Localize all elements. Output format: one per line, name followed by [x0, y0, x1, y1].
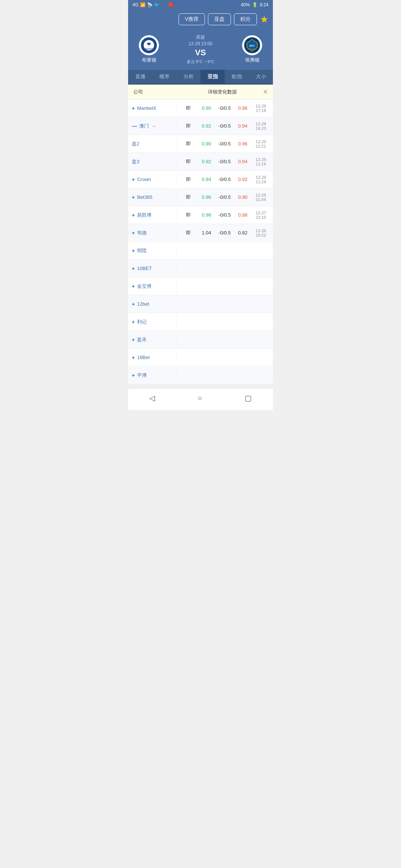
tab-odds[interactable]: 概率	[152, 70, 176, 84]
table-row[interactable]: +18Bet	[128, 349, 273, 366]
tab-europe-index[interactable]: 欧指	[225, 70, 249, 84]
company-cell: +韦德	[128, 227, 176, 239]
svg-text:BRIGHTON: BRIGHTON	[144, 48, 154, 50]
match-center: 英超 12-29 23:00 VS 多云 8°C ~ 9°C	[164, 34, 237, 65]
tab-size[interactable]: 大小	[249, 70, 273, 84]
row-data-cells: 即0.92-0/0.50.9412-29 11:19	[176, 155, 273, 168]
row-data-cells: 即0.94-0/0.50.9212-29 11:19	[176, 173, 273, 186]
app-icon-1: 🐦	[154, 2, 160, 7]
svg-text:EFC: EFC	[250, 45, 255, 47]
team-home-name: 布莱顿	[142, 57, 156, 63]
recent-button[interactable]: ▢	[245, 394, 252, 402]
wifi-icon: 📡	[147, 2, 153, 7]
table-row[interactable]: 盘2即0.90-0/0.50.9612-29 12:21	[128, 135, 273, 153]
handicap-cell: -0/0.5	[216, 194, 234, 200]
table-row[interactable]: —澳门→即0.92-0/0.50.9412-29 16:23	[128, 117, 273, 135]
handicap-cell: -0/0.5	[216, 177, 234, 182]
status-right: 40% 🔋 8:24	[241, 2, 268, 7]
home-button[interactable]: ○	[198, 394, 202, 402]
immediate-cell: 即	[179, 123, 198, 129]
row-data-cells	[176, 249, 273, 253]
handicap-cell: -0/0.5	[216, 159, 234, 164]
company-cell: +明陞	[128, 244, 176, 257]
expand-icon[interactable]: +	[132, 319, 135, 325]
expand-icon[interactable]: +	[132, 105, 135, 111]
company-name: 18Bet	[137, 355, 150, 360]
company-name: 利记	[137, 319, 147, 325]
tab-live[interactable]: 直播	[128, 70, 152, 84]
back-button[interactable]: ◁	[149, 394, 155, 402]
table-row[interactable]: +金宝博	[128, 277, 273, 295]
company-name: 盘2	[132, 141, 139, 147]
expand-icon[interactable]: +	[132, 177, 135, 183]
company-name: 澳门	[139, 123, 149, 129]
table-row[interactable]: +韦德即1.04-0/0.50.8212-26 19:22	[128, 224, 273, 242]
table-row[interactable]: +盈禾	[128, 331, 273, 349]
handicap-home-cell: 0.98	[198, 212, 216, 218]
handicap-away-cell: 0.88	[234, 212, 252, 218]
handicap-cell: -0/0.5	[216, 212, 234, 218]
time-cell: 12-29 11:19	[252, 157, 270, 166]
row-data-cells: 即0.90-0/0.50.9612-29 17:18	[176, 102, 273, 115]
row-data-cells	[176, 355, 273, 360]
table-row[interactable]: +Bet365即0.96-0/0.50.9012-29 01:44	[128, 188, 273, 206]
expand-icon[interactable]: +	[132, 248, 135, 254]
handicap-away-cell: 0.92	[234, 177, 252, 182]
time-cell: 12-29 12:21	[252, 139, 270, 148]
collapse-icon[interactable]: —	[132, 123, 137, 129]
time-cell: 12-26 19:22	[252, 228, 270, 237]
handicap-home-cell: 0.92	[198, 123, 216, 129]
v-recommend-button[interactable]: V推荐	[179, 13, 205, 25]
handicap-home-cell: 0.94	[198, 177, 216, 182]
tab-analysis[interactable]: 分析	[176, 70, 200, 84]
time-cell: 12-29 16:23	[252, 122, 270, 131]
expand-icon[interactable]: +	[132, 355, 135, 361]
expand-icon[interactable]: +	[132, 194, 135, 200]
expand-icon[interactable]: +	[132, 372, 135, 378]
company-cell: +12bet	[128, 298, 176, 310]
asia-odds-button[interactable]: 亚盘	[208, 13, 231, 25]
row-data-cells	[176, 338, 273, 342]
bottom-nav: ◁ ○ ▢	[128, 388, 273, 410]
tab-bar: 直播 概率 分析 亚指 欧指 大小	[128, 70, 273, 85]
company-cell: +ManbetX	[128, 102, 176, 114]
table-row[interactable]: +ManbetX即0.90-0/0.50.9612-29 17:18	[128, 99, 273, 117]
close-button[interactable]: ✕	[263, 88, 268, 95]
status-bar: 4G 📶 📡 🐦 🎵 🔴 40% 🔋 8:24	[128, 0, 273, 10]
immediate-cell: 即	[179, 141, 198, 147]
company-name: 平博	[137, 372, 147, 379]
expand-icon[interactable]: +	[132, 230, 135, 236]
company-name: 12bet	[137, 301, 149, 307]
score-button[interactable]: 积分	[234, 13, 257, 25]
handicap-away-cell: 0.90	[234, 194, 252, 200]
expand-icon[interactable]: +	[132, 301, 135, 307]
expand-icon[interactable]: +	[132, 337, 135, 343]
table-row[interactable]: +易胜博即0.98-0/0.50.8812-27 22:10	[128, 206, 273, 224]
immediate-cell: 即	[179, 158, 198, 165]
handicap-home-cell: 0.90	[198, 141, 216, 147]
table-row[interactable]: +平博	[128, 366, 273, 384]
table-row[interactable]: +10BET	[128, 260, 273, 277]
company-name: 10BET	[137, 266, 152, 271]
table-row[interactable]: +12bet	[128, 295, 273, 313]
handicap-away-cell: 0.82	[234, 230, 252, 236]
table-row[interactable]: +Crown即0.94-0/0.50.9212-29 11:19	[128, 171, 273, 188]
table-row[interactable]: 盘3即0.92-0/0.50.9412-29 11:19	[128, 153, 273, 171]
favorite-button[interactable]: ★	[260, 14, 268, 25]
handicap-home-cell: 1.04	[198, 230, 216, 236]
table-row[interactable]: +利记	[128, 313, 273, 331]
company-cell: +10BET	[128, 263, 176, 274]
expand-icon[interactable]: +	[132, 266, 135, 272]
immediate-cell: 即	[179, 194, 198, 201]
match-header: BRIGHTON 布莱顿 英超 12-29 23:00 VS 多云 8°C ~ …	[128, 30, 273, 70]
company-cell: +金宝博	[128, 280, 176, 293]
expand-icon[interactable]: +	[132, 212, 135, 218]
tab-asia-index[interactable]: 亚指	[200, 70, 225, 84]
immediate-cell: 即	[179, 105, 198, 112]
table-row[interactable]: +明陞	[128, 242, 273, 260]
detail-header-text: 详细变化数据	[182, 89, 263, 95]
row-data-cells: 即0.98-0/0.50.8812-27 22:10	[176, 208, 273, 222]
expand-icon[interactable]: +	[132, 283, 135, 289]
row-data-cells	[176, 302, 273, 306]
company-name: 易胜博	[137, 212, 151, 218]
